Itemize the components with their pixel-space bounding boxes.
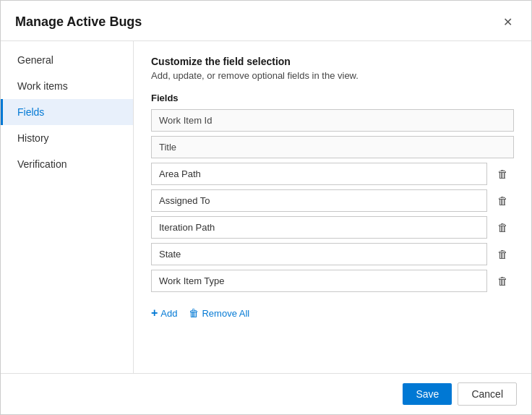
delete-iteration-path-button[interactable] <box>492 217 514 239</box>
sidebar-item-fields[interactable]: Fields <box>1 99 133 125</box>
field-input-iteration-path[interactable] <box>151 216 487 239</box>
field-row-state <box>151 243 514 265</box>
trash-icon <box>497 194 508 207</box>
save-button[interactable]: Save <box>403 383 452 405</box>
delete-work-item-type-button[interactable] <box>492 270 514 292</box>
delete-area-path-button[interactable] <box>492 163 514 185</box>
trash-icon <box>497 168 508 180</box>
field-input-state[interactable] <box>151 243 487 265</box>
plus-icon: + <box>151 307 158 320</box>
delete-state-button[interactable] <box>492 244 514 265</box>
sidebar-item-work-items[interactable]: Work items <box>1 73 133 99</box>
field-input-work-item-type[interactable] <box>151 270 487 292</box>
section-desc: Add, update, or remove optional fields i… <box>151 70 514 81</box>
remove-all-button[interactable]: 🗑 Remove All <box>189 304 249 322</box>
field-input-title[interactable] <box>151 136 514 158</box>
trash-icon <box>497 221 508 234</box>
trash-icon <box>497 275 508 287</box>
trash-icon <box>497 248 508 260</box>
dialog-body: General Work items Fields History Verifi… <box>1 41 531 373</box>
dialog-title: Manage Active Bugs <box>15 14 142 30</box>
field-row-area-path <box>151 163 514 185</box>
section-title: Customize the field selection <box>151 56 514 67</box>
field-row-assigned-to <box>151 189 514 212</box>
manage-active-bugs-dialog: Manage Active Bugs ✕ General Work items … <box>0 0 532 415</box>
field-row-title <box>151 136 514 158</box>
delete-assigned-to-button[interactable] <box>492 190 514 212</box>
sidebar-item-general[interactable]: General <box>1 47 133 73</box>
field-input-assigned-to[interactable] <box>151 189 487 212</box>
sidebar: General Work items Fields History Verifi… <box>1 41 134 373</box>
add-field-button[interactable]: + Add <box>151 304 177 322</box>
fields-label: Fields <box>151 93 514 103</box>
sidebar-item-verification[interactable]: Verification <box>1 151 133 177</box>
remove-all-trash-icon: 🗑 <box>189 307 199 319</box>
field-row-work-item-type <box>151 270 514 292</box>
field-input-area-path[interactable] <box>151 163 487 185</box>
main-content: Customize the field selection Add, updat… <box>134 41 531 373</box>
field-input-work-item-id[interactable] <box>151 109 514 132</box>
field-actions: + Add 🗑 Remove All <box>151 304 514 322</box>
sidebar-item-history[interactable]: History <box>1 125 133 151</box>
cancel-button[interactable]: Cancel <box>458 382 517 406</box>
dialog-header: Manage Active Bugs ✕ <box>1 1 531 41</box>
field-row-work-item-id <box>151 109 514 132</box>
dialog-footer: Save Cancel <box>1 373 531 414</box>
close-button[interactable]: ✕ <box>499 12 517 32</box>
field-row-iteration-path <box>151 216 514 239</box>
